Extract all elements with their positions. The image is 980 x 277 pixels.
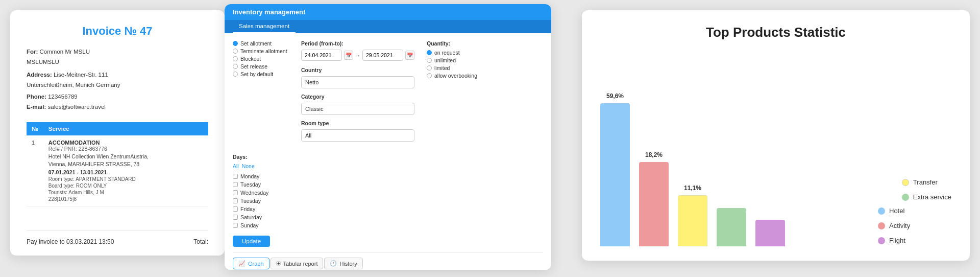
day-wednesday[interactable]: Wednesday: [233, 190, 289, 196]
radio-limited[interactable]: limited: [427, 65, 483, 71]
cb-tuesday: [233, 182, 238, 187]
tab-sales[interactable]: Sales management: [233, 20, 296, 33]
invoice-footer: Pay invoice to 03.03.2021 13:50 Total:: [27, 230, 208, 245]
tab-history[interactable]: 🕐 History: [324, 258, 362, 269]
invoice-panel: Invoice № 47 For: Common Mr MSLU MSLUMSL…: [10, 10, 225, 256]
for-label: For:: [27, 49, 38, 55]
cb-sunday: [233, 223, 238, 228]
stats-panel: Top Products Statistic 59,6% 18,2% 11,1%…: [582, 10, 970, 261]
board-type: Board type: ROOM ONLY: [48, 183, 203, 189]
room-type-input[interactable]: [301, 129, 414, 142]
radio-release[interactable]: Set release: [233, 63, 289, 70]
graph-tab-label: Graph: [248, 261, 264, 267]
radio-set-allotment[interactable]: Set allotment: [233, 40, 289, 47]
tab-tabular[interactable]: ⊞ Tabular report: [271, 258, 324, 269]
none-link[interactable]: None: [242, 163, 255, 169]
divider: [233, 252, 543, 252]
form-row-1: Set allotment Terminate allotment Blocko…: [233, 40, 543, 228]
legend-circle-hotel: [878, 207, 885, 215]
company: MSLUMSLU: [27, 57, 208, 67]
cb-friday: [233, 206, 238, 212]
legend-activity: Activity: [878, 222, 951, 229]
day-saturday[interactable]: Saturday: [233, 214, 289, 220]
radio-dot-1: [233, 41, 238, 46]
bar-label-hotel: 59,6%: [606, 93, 624, 100]
tourists: Tourists: Adam Hills, J M: [48, 190, 203, 195]
legend-label-flight: Flight: [889, 237, 905, 244]
radio-default[interactable]: Set by default: [233, 71, 289, 77]
country-input[interactable]: [301, 76, 414, 88]
bar-hotel-rect: [600, 103, 630, 246]
for-value: Common Mr MSLU: [40, 49, 90, 55]
day-tuesday[interactable]: Tuesday: [233, 181, 289, 188]
calendar-icon-from[interactable]: 📅: [344, 51, 353, 60]
radio-dot-5: [233, 72, 238, 77]
legend-hotel: Hotel: [878, 207, 951, 215]
radio-unlimited[interactable]: unlimited: [427, 57, 483, 63]
qty-dot-1: [427, 50, 432, 55]
update-button[interactable]: Update: [233, 236, 270, 247]
bar-extra-rect: [717, 208, 746, 246]
calendar-icon-to[interactable]: 📅: [405, 51, 414, 60]
legend-label-transfer: Transfer: [913, 178, 938, 186]
tabular-tab-label: Tabular report: [283, 261, 318, 267]
bar-label-extra: -: [730, 197, 732, 204]
legend-circle-activity: [878, 222, 885, 229]
phone-value: 123456789: [48, 94, 78, 100]
radio-overbooking[interactable]: allow overbooking: [427, 73, 483, 79]
inventory-body: Set allotment Terminate allotment Blocko…: [225, 33, 551, 270]
hotel-name: Hotel NH Collection Wien ZentrumAustria,: [48, 153, 203, 159]
category-input[interactable]: [301, 103, 414, 115]
hotel-address: Vienna, MARIAHILFER STRASSE, 78: [48, 161, 203, 167]
bar-activity: 18,2%: [639, 151, 669, 246]
date-from-input[interactable]: [301, 50, 342, 61]
day-friday[interactable]: Friday: [233, 206, 289, 212]
stats-content: 59,6% 18,2% 11,1% - -: [600, 50, 951, 250]
room-type-label: Room type: [301, 120, 414, 126]
day-tuesday2[interactable]: Tuesday: [233, 198, 289, 204]
days-col: Days: All None Monday Tuesday Wednesday …: [233, 154, 289, 228]
quantity-col: Quantity: on request unlimited limited: [427, 40, 483, 142]
quantity-label: Quantity:: [427, 40, 483, 47]
email-label: E-mail:: [27, 104, 46, 110]
service-name: ACCOMMODATION: [48, 140, 203, 146]
bar-hotel: 59,6%: [600, 93, 630, 246]
allotment-options: Set allotment Terminate allotment Blocko…: [233, 40, 289, 77]
col-service: Service: [43, 122, 208, 135]
period-col: Period (from-to): 📅 → 📅 Country Category…: [301, 40, 414, 142]
tab-graph[interactable]: 📈 Graph: [233, 258, 270, 269]
service-ref: Ref# / PNR: 228-863776: [48, 146, 203, 152]
cb-saturday: [233, 215, 238, 220]
row-num: 1: [27, 135, 43, 206]
day-monday[interactable]: Monday: [233, 173, 289, 179]
invoice-table: № Service 1 ACCOMMODATION Ref# / PNR: 22…: [27, 122, 208, 206]
qty-dot-4: [427, 73, 432, 78]
radio-on-request[interactable]: on request: [427, 50, 483, 56]
radio-blockout[interactable]: Blockout: [233, 56, 289, 62]
radio-dot-2: [233, 49, 238, 54]
legend-label-activity: Activity: [889, 222, 910, 229]
cb-monday: [233, 174, 238, 179]
legend-circle-transfer: [902, 179, 909, 186]
email-value: sales@software.travel: [48, 104, 106, 110]
day-links: All None: [233, 163, 289, 169]
legend-circle-flight: [878, 237, 885, 244]
day-sunday[interactable]: Sunday: [233, 222, 289, 228]
quantity-options: on request unlimited limited allow overb…: [427, 50, 483, 79]
bar-transfer: 11,1%: [678, 184, 707, 246]
tourist-id: 228|10175|8: [48, 196, 203, 202]
invoice-meta: For: Common Mr MSLU MSLUMSLU Address: Li…: [27, 47, 208, 112]
history-icon: 🕐: [330, 260, 337, 267]
bar-activity-rect: [639, 162, 669, 246]
bar-label-activity: 18,2%: [645, 151, 663, 158]
pay-label: Pay invoice to 03.03.2021 13:50: [27, 238, 114, 245]
radio-terminate[interactable]: Terminate allotment: [233, 48, 289, 54]
phone-label: Phone:: [27, 94, 46, 100]
all-link[interactable]: All: [233, 163, 239, 169]
graph-tabs: 📈 Graph ⊞ Tabular report 🕐 History: [233, 258, 543, 269]
service-dates: 07.01.2021 - 13.01.2021: [48, 169, 203, 175]
table-row: 1 ACCOMMODATION Ref# / PNR: 228-863776 H…: [27, 135, 208, 206]
bar-transfer-rect: [678, 195, 707, 246]
total-label: Total:: [193, 238, 208, 245]
date-to-input[interactable]: [362, 50, 403, 61]
